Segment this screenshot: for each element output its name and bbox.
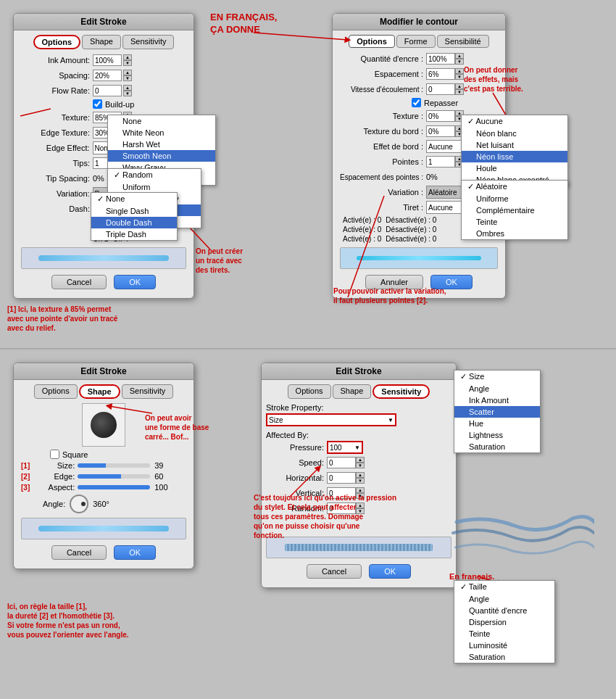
dropdown-variation-random[interactable]: Random: [108, 169, 201, 181]
horizontal-input[interactable]: [327, 472, 356, 484]
dropdown-item-white-neon[interactable]: White Neon: [108, 127, 215, 138]
dropdown-item-harsh-wet[interactable]: Harsh Wet: [108, 138, 215, 150]
dropdown-dash-none[interactable]: None: [91, 193, 177, 205]
ink-amount-fr-stepper[interactable]: ▲▼: [455, 53, 464, 65]
effet-neon-lisse[interactable]: Néon lisse: [462, 151, 567, 162]
dropdown-dash-double[interactable]: Double Dash: [91, 217, 177, 228]
sp-fr-angle[interactable]: Angle: [454, 593, 554, 605]
spacing-stepper[interactable]: ▲▼: [123, 70, 132, 81]
pressure-label: Pressure:: [266, 443, 324, 452]
angle-circle[interactable]: [70, 495, 88, 513]
tab-forme-contour[interactable]: Forme: [396, 35, 436, 48]
effet-net-luisant[interactable]: Net luisant: [462, 139, 567, 151]
horizontal-stepper[interactable]: ▲▼: [356, 472, 365, 484]
section-divider: [0, 348, 616, 350]
speed-label: Speed:: [266, 458, 324, 467]
flow-rate-value: ▲▼: [93, 85, 132, 96]
tab-sensibilite-contour[interactable]: Sensibilité: [437, 35, 489, 48]
tab-options-contour[interactable]: Options: [349, 35, 395, 48]
dropdown-item-none[interactable]: None: [108, 115, 215, 127]
tab-shape-shape[interactable]: Shape: [79, 384, 120, 399]
ink-amount-input[interactable]: [93, 54, 122, 66]
tab-sensitivity-shape[interactable]: Sensitivity: [122, 384, 174, 399]
sp-size[interactable]: Size: [454, 371, 540, 383]
ok-button-shape[interactable]: OK: [114, 545, 156, 560]
sp-ink-amount[interactable]: Ink Amount: [454, 394, 540, 406]
size-slider[interactable]: [78, 463, 150, 468]
tab-options-shape[interactable]: Options: [34, 384, 78, 399]
var-fr-ombres[interactable]: Ombres: [462, 228, 567, 239]
sp-hue[interactable]: Hue: [454, 418, 540, 429]
edge-texture-fr-input[interactable]: [426, 125, 455, 137]
stroke-property-select[interactable]: Size ▼: [266, 413, 396, 426]
dropdown-dash-single[interactable]: Single Dash: [91, 205, 177, 217]
var-fr-aleatoire[interactable]: Aléatoire: [462, 181, 567, 193]
spacing-fr-input[interactable]: [426, 68, 455, 80]
tip-spacing-label: Tip Spacing:: [21, 174, 90, 183]
size-slider-row: [1] Size: 39: [21, 461, 186, 470]
flow-rate-stepper[interactable]: ▲▼: [123, 85, 132, 96]
buildup-fr-checkbox[interactable]: [412, 98, 421, 107]
effet-neon-blanc[interactable]: Néon blanc: [462, 128, 567, 139]
edge-slider[interactable]: [78, 474, 150, 479]
sp-fr-quantite[interactable]: Quantité d'encre: [454, 605, 554, 616]
brush-strokes-svg: [449, 508, 594, 566]
deact3: Désactivé(e) : 0: [386, 235, 436, 243]
sp-fr-saturation[interactable]: Saturation: [454, 651, 554, 663]
speed-fr-input[interactable]: [426, 83, 455, 95]
variation-label: Variation:: [21, 189, 90, 198]
dropdown-dash-triple[interactable]: Triple Dash: [91, 228, 177, 240]
buildup-checkbox[interactable]: [93, 99, 102, 109]
tips-label: Tips:: [21, 159, 90, 167]
edge-texture-label: Edge Texture:: [21, 128, 90, 137]
dropdown-item-smooth-neon[interactable]: Smooth Neon: [108, 150, 215, 162]
tab-shape-sensitivity[interactable]: Shape: [333, 384, 372, 399]
tab-shape-top[interactable]: Shape: [82, 35, 121, 49]
ink-amount-fr-input[interactable]: [426, 53, 455, 65]
tips-fr-input[interactable]: [426, 156, 455, 167]
stroke-line: [38, 255, 170, 261]
sp-lightness[interactable]: Lightness: [454, 429, 540, 441]
tab-options-sensitivity[interactable]: Options: [288, 384, 331, 399]
edit-stroke-shape-dialog: Edit Stroke Options Shape Sensitivity Sq…: [13, 363, 194, 569]
ink-amount-stepper[interactable]: ▲▼: [123, 54, 132, 66]
stroke-property-row: Size ▼: [266, 413, 451, 426]
sp-saturation[interactable]: Saturation: [454, 441, 540, 452]
cancel-button-shape[interactable]: Cancel: [51, 545, 107, 560]
speed-fr-stepper[interactable]: ▲▼: [455, 83, 464, 95]
sp-fr-taille[interactable]: Taille: [454, 581, 554, 593]
sp-fr-teinte[interactable]: Teinte: [454, 628, 554, 640]
speed-row: Speed: ▲▼: [266, 456, 451, 469]
sp-fr-luminosite[interactable]: Luminosité: [454, 640, 554, 651]
tip-spacing-display: 0%: [93, 174, 104, 183]
tab-sensitivity-sensitivity[interactable]: Sensitivity: [372, 384, 430, 399]
square-checkbox[interactable]: [50, 450, 59, 459]
speed-stepper[interactable]: ▲▼: [356, 457, 365, 468]
cancel-button-sensitivity[interactable]: Cancel: [307, 564, 362, 579]
ok-button-sensitivity[interactable]: OK: [369, 564, 411, 579]
effet-aucune[interactable]: Aucune: [462, 115, 567, 128]
variation-fr-label: Variation :: [340, 188, 423, 197]
effet-houle[interactable]: Houle: [462, 162, 567, 174]
var-fr-uniforme[interactable]: Uniforme: [462, 193, 567, 204]
tab-bar-shape: Options Shape Sensitivity: [21, 384, 186, 399]
spacing-fr-stepper[interactable]: ▲▼: [455, 68, 464, 80]
ok-button-top[interactable]: OK: [114, 275, 156, 289]
sp-scatter[interactable]: Scatter: [454, 406, 540, 418]
brush-circle: [91, 412, 117, 438]
var-fr-teinte[interactable]: Teinte: [462, 216, 567, 228]
tiret-fr-label: Tiret :: [340, 203, 423, 212]
sp-angle[interactable]: Angle: [454, 383, 540, 394]
speed-input[interactable]: [327, 457, 356, 468]
sp-fr-dispersion[interactable]: Dispersion: [454, 616, 554, 628]
tab-sensitivity-top[interactable]: Sensitivity: [122, 35, 175, 49]
dropdown-variation-uniform[interactable]: Uniform: [108, 181, 201, 193]
aspect-slider[interactable]: [78, 485, 150, 489]
spacing-input[interactable]: [93, 70, 122, 81]
pressure-select[interactable]: 100 ▼: [327, 441, 363, 454]
tab-options-top[interactable]: Options: [33, 35, 81, 49]
cancel-button-top[interactable]: Cancel: [51, 275, 107, 289]
var-fr-complementaire[interactable]: Complémentaire: [462, 204, 567, 216]
texture-fr-input[interactable]: [426, 110, 455, 122]
flow-rate-input[interactable]: [93, 85, 122, 96]
